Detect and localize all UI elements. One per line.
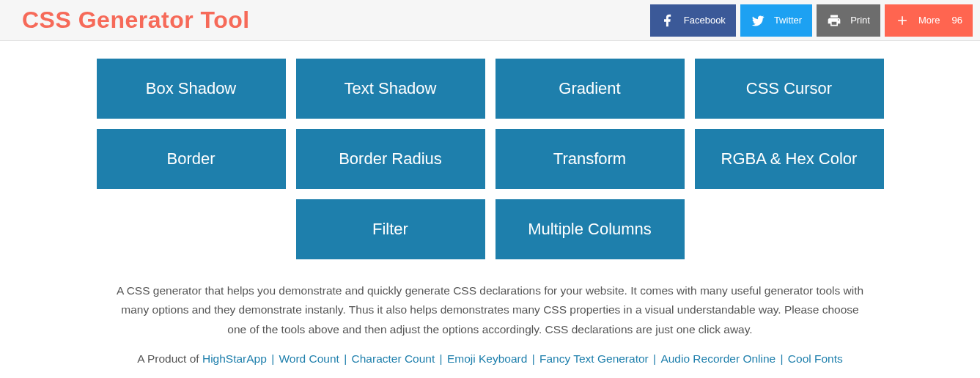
- tool-label: Text Shadow: [345, 79, 437, 98]
- twitter-icon: [751, 13, 765, 28]
- share-more-count: 96: [952, 15, 962, 26]
- facebook-icon: [660, 13, 675, 28]
- tool-label: CSS Cursor: [746, 79, 832, 98]
- tool-grid: Box ShadowText ShadowGradientCSS CursorB…: [91, 59, 890, 259]
- footer-link[interactable]: Emoji Keyboard: [447, 352, 527, 365]
- tool-tile[interactable]: Text Shadow: [296, 59, 485, 119]
- share-print-button[interactable]: Print: [817, 4, 880, 37]
- tool-label: Gradient: [559, 79, 620, 98]
- tool-tile[interactable]: RGBA & Hex Color: [695, 129, 884, 189]
- footer-link[interactable]: Cool Fonts: [788, 352, 843, 365]
- footer-link[interactable]: Audio Recorder Online: [660, 352, 775, 365]
- separator: |: [527, 352, 539, 365]
- share-twitter-label: Twitter: [774, 15, 802, 26]
- lead-text: A CSS generator that helps you demonstra…: [91, 281, 890, 339]
- tool-tile[interactable]: Border Radius: [296, 129, 485, 189]
- share-more-label: More: [918, 15, 940, 26]
- tool-label: Border Radius: [339, 149, 442, 168]
- tool-label: Transform: [553, 149, 626, 168]
- footer-link[interactable]: Word Count: [279, 352, 339, 365]
- tool-label: Filter: [372, 220, 408, 239]
- share-facebook-label: Facebook: [684, 15, 726, 26]
- print-icon: [827, 13, 841, 28]
- footer-links: A Product of HighStarApp | Word Count | …: [91, 352, 890, 366]
- plus-icon: [895, 13, 910, 28]
- tool-tile[interactable]: Transform: [495, 129, 685, 189]
- footer-link[interactable]: Character Count: [352, 352, 435, 365]
- tool-tile[interactable]: Gradient: [495, 59, 685, 119]
- page-title: CSS Generator Tool: [22, 7, 250, 34]
- separator: |: [339, 352, 352, 365]
- footer-prefix: A Product of: [137, 352, 202, 365]
- tool-tile[interactable]: Box Shadow: [97, 59, 286, 119]
- tool-label: Border: [166, 149, 215, 168]
- share-twitter-button[interactable]: Twitter: [740, 4, 812, 37]
- tool-tile[interactable]: Filter: [296, 199, 485, 259]
- separator: |: [267, 352, 279, 365]
- separator: |: [649, 352, 661, 365]
- footer-link[interactable]: Fancy Text Generator: [539, 352, 649, 365]
- share-print-label: Print: [850, 15, 870, 26]
- share-row: Facebook Twitter Print More 96: [650, 4, 973, 37]
- share-more-button[interactable]: More 96: [885, 4, 973, 37]
- tool-tile[interactable]: Border: [97, 129, 286, 189]
- tool-label: Box Shadow: [146, 79, 237, 98]
- content-wrap: Box ShadowText ShadowGradientCSS CursorB…: [91, 59, 890, 366]
- tool-tile[interactable]: CSS Cursor: [695, 59, 884, 119]
- separator: |: [775, 352, 788, 365]
- tool-label: RGBA & Hex Color: [721, 149, 858, 168]
- separator: |: [435, 352, 447, 365]
- tool-label: Multiple Columns: [528, 220, 652, 239]
- footer-link[interactable]: HighStarApp: [202, 352, 267, 365]
- top-bar: CSS Generator Tool Facebook Twitter Prin…: [0, 0, 980, 41]
- tool-tile[interactable]: Multiple Columns: [495, 199, 685, 259]
- share-facebook-button[interactable]: Facebook: [650, 4, 736, 37]
